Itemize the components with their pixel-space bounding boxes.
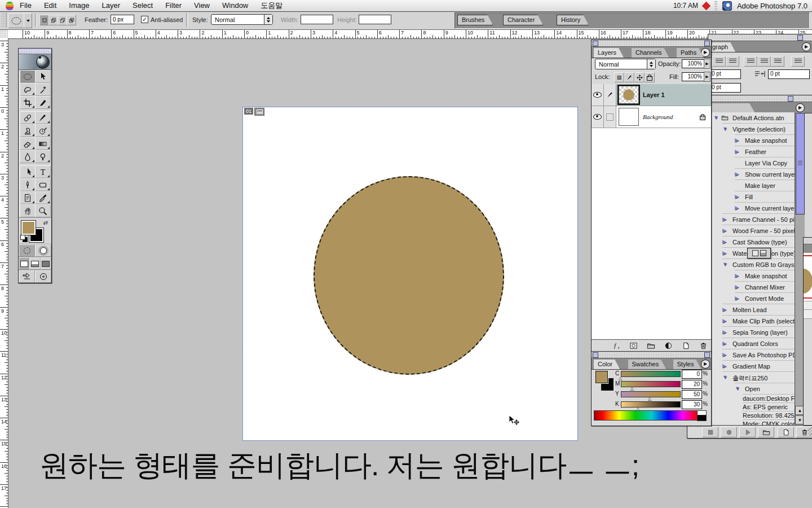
collapse-arrow-icon[interactable]: ▶: [735, 273, 739, 278]
apple-menu-icon[interactable]: [6, 2, 14, 10]
foreground-color-swatch[interactable]: [595, 371, 608, 383]
toolbox-drag-handle[interactable]: [19, 49, 51, 54]
expand-arrow-icon[interactable]: ▼: [722, 374, 727, 380]
collapse-arrow-icon[interactable]: ▶: [735, 205, 739, 211]
tool-type[interactable]: T: [35, 165, 51, 178]
new-set-button[interactable]: [758, 427, 774, 437]
stop-button[interactable]: [702, 427, 718, 437]
collapse-arrow-icon[interactable]: ▶: [722, 227, 726, 233]
black-swatch[interactable]: [697, 415, 707, 421]
collapse-arrow-icon[interactable]: ▶: [722, 239, 726, 244]
tab-paths[interactable]: Paths: [677, 48, 704, 58]
record-button[interactable]: [721, 427, 737, 437]
imageready-logo-button[interactable]: [35, 270, 51, 283]
tool-gradient[interactable]: [35, 137, 51, 150]
well-tab-brushes[interactable]: Brushes: [457, 15, 493, 25]
tool-magic-wand[interactable]: [35, 83, 51, 96]
layer-style-button[interactable]: f: [611, 341, 621, 350]
collapse-widget-icon[interactable]: [797, 35, 803, 41]
width-input[interactable]: [301, 15, 333, 24]
collapse-arrow-icon[interactable]: ▶: [735, 284, 739, 290]
collapse-arrow-icon[interactable]: ▶: [735, 137, 739, 143]
tool-clone-stamp[interactable]: [20, 124, 36, 137]
tool-slice[interactable]: [35, 96, 51, 109]
photoshop-logo-banner[interactable]: [19, 54, 51, 70]
lock-transparency-button[interactable]: ▨: [614, 72, 624, 82]
document-canvas[interactable]: 01: [243, 107, 577, 440]
tool-move[interactable]: [35, 70, 51, 83]
quick-mask-mode-button[interactable]: [35, 244, 51, 257]
selection-add-button[interactable]: [48, 15, 58, 25]
opacity-value[interactable]: 100%: [682, 59, 704, 68]
collapse-arrow-icon[interactable]: ▶: [735, 295, 739, 301]
palette-title-bar[interactable]: [708, 34, 812, 41]
standard-mode-button[interactable]: [19, 244, 35, 257]
style-dropdown[interactable]: Normal: [211, 14, 273, 25]
align-button-4[interactable]: [771, 56, 784, 67]
tool-eraser[interactable]: [20, 137, 36, 150]
tab-channels[interactable]: Channels: [632, 48, 669, 58]
tool-dodge[interactable]: [35, 150, 51, 163]
swap-colors-icon[interactable]: ⇄: [43, 220, 48, 226]
opacity-slider-button[interactable]: ▶: [704, 59, 710, 69]
menu-item[interactable]: Image: [63, 1, 95, 10]
collapse-arrow-icon[interactable]: ▶: [722, 318, 726, 323]
visibility-cell[interactable]: [592, 106, 604, 128]
collapse-arrow-icon[interactable]: ▶: [735, 148, 739, 154]
collapse-arrow-icon[interactable]: ▶: [722, 216, 726, 222]
layer-row[interactable]: Layer 1: [592, 84, 711, 106]
app-switcher-icon[interactable]: [702, 1, 711, 10]
color-ramp[interactable]: [594, 410, 698, 421]
align-button-1[interactable]: [726, 56, 739, 67]
tool-notes[interactable]: [20, 191, 36, 204]
tool-history-brush[interactable]: [35, 124, 51, 137]
jump-to-imageready-button[interactable]: [19, 270, 35, 283]
slider-thumb[interactable]: △: [630, 387, 634, 391]
expand-arrow-icon[interactable]: ▼: [713, 115, 718, 120]
tool-eyedropper[interactable]: [35, 191, 51, 204]
menu-item[interactable]: Select: [126, 1, 159, 10]
tab-styles[interactable]: Styles: [673, 360, 701, 369]
collapse-arrow-icon[interactable]: ▶: [735, 171, 739, 177]
menu-item[interactable]: 도움말: [254, 1, 289, 10]
foreground-color-swatch[interactable]: [21, 221, 36, 235]
collapse-widget-icon[interactable]: [704, 41, 710, 46]
floating-mini-palette[interactable]: [747, 248, 771, 259]
fullscreen-button[interactable]: [41, 257, 51, 270]
collapse-arrow-icon[interactable]: ▶: [722, 306, 726, 312]
fullscreen-menubar-button[interactable]: [29, 257, 40, 270]
tab-swatches[interactable]: Swatches: [628, 360, 667, 369]
default-colors-icon[interactable]: [20, 235, 28, 242]
indent-left-field[interactable]: 0 pt: [709, 69, 741, 79]
add-mask-button[interactable]: [628, 341, 638, 350]
visibility-cell[interactable]: [592, 84, 604, 106]
align-button-2[interactable]: [744, 56, 757, 67]
tool-elliptical-marquee[interactable]: [20, 70, 36, 83]
adjustment-layer-button[interactable]: [663, 341, 673, 350]
active-tool-button[interactable]: [8, 13, 25, 28]
slider-value-y[interactable]: 50: [682, 390, 702, 399]
collapse-arrow-icon[interactable]: ▶: [735, 194, 739, 199]
tool-path-select[interactable]: [20, 165, 36, 178]
align-button-3[interactable]: [757, 56, 771, 67]
collapse-widget-icon[interactable]: [704, 352, 710, 358]
align-button-0[interactable]: [712, 56, 726, 67]
align-button-5[interactable]: [791, 56, 805, 67]
standard-screen-button[interactable]: [19, 257, 29, 270]
lock-position-button[interactable]: [634, 72, 645, 82]
slider-bar-c[interactable]: [621, 371, 681, 377]
menu-item[interactable]: Filter: [159, 1, 188, 10]
close-widget-icon[interactable]: [593, 41, 598, 46]
expand-arrow-icon[interactable]: ▼: [722, 126, 727, 132]
palette-menu-button[interactable]: ▶: [802, 42, 811, 51]
palette-menu-button[interactable]: ▶: [701, 360, 710, 369]
vertical-ruler[interactable]: 3210123456789101112131415161718: [0, 38, 8, 508]
tool-lasso[interactable]: [20, 83, 36, 96]
anti-aliased-checkbox[interactable]: ✓: [141, 16, 148, 23]
new-layer-button[interactable]: [681, 341, 691, 350]
palette-title-bar[interactable]: [804, 238, 812, 244]
layer-thumbnail[interactable]: [619, 86, 639, 104]
menu-item[interactable]: Window: [216, 1, 254, 10]
palette-title-bar[interactable]: [592, 352, 711, 358]
tab-layers[interactable]: Layers: [594, 48, 624, 58]
